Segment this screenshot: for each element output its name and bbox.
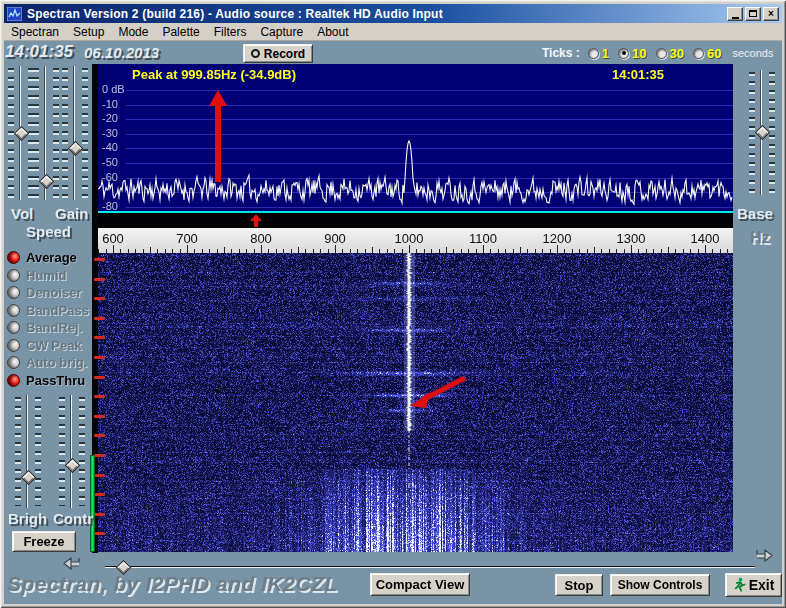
stop-button[interactable]: Stop	[555, 574, 603, 596]
vol-slider-thumb[interactable]	[13, 125, 29, 141]
record-button[interactable]: Record	[243, 44, 313, 63]
contrast-slider-groove	[70, 395, 72, 508]
show-controls-button[interactable]: Show Controls	[610, 574, 710, 596]
base-slider-thumb[interactable]	[754, 125, 770, 141]
minimize-button[interactable]	[727, 7, 743, 21]
compact-view-label: Compact View	[376, 577, 465, 592]
ticks-group: Ticks : 1103060 seconds	[542, 45, 773, 61]
ticks-radio-10[interactable]	[618, 48, 629, 59]
menu-item-palette[interactable]: Palette	[155, 24, 206, 40]
app-icon-graphic	[7, 7, 22, 21]
ticks-radio-selected-dot	[622, 51, 626, 55]
contrast-slider-thumb[interactable]	[64, 458, 80, 474]
speed-slider[interactable]	[33, 66, 59, 200]
waterfall-annotation-arrow	[398, 368, 478, 416]
client-area: 14:01:35 06.10.2013 Record Ticks : 11030…	[4, 41, 782, 604]
vol-slider[interactable]	[8, 66, 34, 200]
exit-label: Exit	[749, 577, 775, 593]
frequency-scale[interactable]	[98, 228, 733, 253]
ticks-option-30: 30	[656, 46, 684, 61]
scroll-left-arrow[interactable]	[63, 557, 81, 570]
ticks-option-10: 10	[618, 46, 646, 61]
gain-slider[interactable]	[62, 66, 88, 200]
window-buttons: ×	[727, 7, 779, 21]
led-humid[interactable]	[7, 269, 20, 282]
brightness-slider-ticks	[35, 397, 41, 506]
brightness-slider-ticks	[15, 397, 21, 506]
led-passthru[interactable]	[7, 374, 20, 387]
led-label-bandrej: BandRej.	[26, 320, 82, 335]
maximize-icon	[749, 10, 757, 17]
waterfall-panel[interactable]	[98, 253, 733, 552]
led-row-average: Average	[7, 249, 99, 267]
compact-view-button[interactable]: Compact View	[370, 573, 470, 596]
brightness-slider-thumb[interactable]	[20, 470, 36, 486]
frequency-scale-canvas[interactable]	[98, 228, 733, 253]
led-row-cw-peak: CW Peak	[7, 337, 99, 355]
led-denoiser[interactable]	[7, 286, 20, 299]
led-label-passthru: PassThru	[26, 373, 85, 388]
filter-led-list: AverageHumidDenoiserBandPassBandRej.CW P…	[7, 249, 99, 389]
close-icon: ×	[768, 9, 774, 19]
credit-text: Spectran, by I2PHD and IK2CZL	[7, 572, 338, 596]
menu-item-filters[interactable]: Filters	[207, 24, 254, 40]
led-auto-brig[interactable]	[7, 356, 20, 369]
title-bar[interactable]: Spectran Version 2 (build 216) - Audio s…	[4, 4, 782, 23]
time-tick	[94, 513, 105, 516]
app-icon[interactable]	[7, 7, 22, 21]
window-title: Spectran Version 2 (build 216) - Audio s…	[27, 7, 443, 21]
exit-button[interactable]: Exit	[725, 573, 782, 597]
gain-slider-thumb[interactable]	[67, 141, 83, 157]
close-button[interactable]: ×	[763, 7, 779, 21]
marker-800hz[interactable]	[250, 214, 262, 227]
contrast-slider-label: Contr	[53, 510, 93, 527]
spectrum-clock: 14:01:35	[612, 67, 664, 82]
menu-item-capture[interactable]: Capture	[253, 24, 310, 40]
ticks-radio-1[interactable]	[588, 48, 599, 59]
led-label-denoiser: Denoiser	[26, 285, 82, 300]
base-slider-label: Base	[737, 205, 773, 222]
led-bandpass[interactable]	[7, 304, 20, 317]
brightness-slider[interactable]	[15, 395, 41, 508]
brightness-slider-label: Brigh	[8, 510, 47, 527]
speed-slider-ticks	[33, 68, 39, 198]
contrast-slider-ticks	[59, 397, 65, 506]
led-row-auto-brig: Auto brig.	[7, 354, 99, 372]
maximize-button[interactable]	[745, 7, 761, 21]
spectrum-canvas[interactable]	[98, 64, 733, 211]
freeze-button[interactable]: Freeze	[12, 531, 76, 552]
base-slider[interactable]	[749, 70, 775, 195]
time-tick	[94, 454, 105, 457]
scroll-right-arrow-icon	[755, 549, 773, 562]
exit-running-man-icon	[733, 577, 746, 593]
spectrum-panel[interactable]: Peak at 999.85Hz (-34.9dB) 14:01:35	[98, 64, 733, 211]
ticks-option-label-1: 1	[602, 46, 609, 61]
scroll-right-arrow[interactable]	[755, 549, 773, 562]
scroll-left-arrow-icon	[63, 557, 81, 570]
ticks-option-60: 60	[693, 46, 721, 61]
record-radio-icon	[251, 49, 260, 58]
speed-slider-ticks	[53, 68, 59, 198]
led-cw-peak[interactable]	[7, 339, 20, 352]
led-row-bandpass: BandPass	[7, 302, 99, 320]
minimize-icon	[732, 17, 739, 19]
time-tick	[94, 532, 105, 535]
gain-slider-label: Gain	[55, 205, 88, 222]
menu-item-setup[interactable]: Setup	[66, 24, 111, 40]
menu-item-spectran[interactable]: Spectran	[4, 24, 66, 40]
time-tick	[94, 493, 105, 496]
led-bandrej[interactable]	[7, 321, 20, 334]
ticks-radio-30[interactable]	[656, 48, 667, 59]
waterfall-scrollbar-track[interactable]	[105, 566, 755, 568]
menu-item-mode[interactable]: Mode	[111, 24, 155, 40]
menu-item-about[interactable]: About	[310, 24, 355, 40]
led-label-cw-peak: CW Peak	[26, 338, 82, 353]
led-label-auto-brig: Auto brig.	[26, 355, 87, 370]
ticks-option-label-30: 30	[670, 46, 684, 61]
led-average[interactable]	[7, 251, 20, 264]
ticks-radio-60[interactable]	[693, 48, 704, 59]
stop-label: Stop	[565, 578, 594, 593]
contrast-slider[interactable]	[59, 395, 85, 508]
ticks-radio-list: 1103060	[588, 46, 731, 61]
speed-slider-thumb[interactable]	[38, 174, 54, 190]
